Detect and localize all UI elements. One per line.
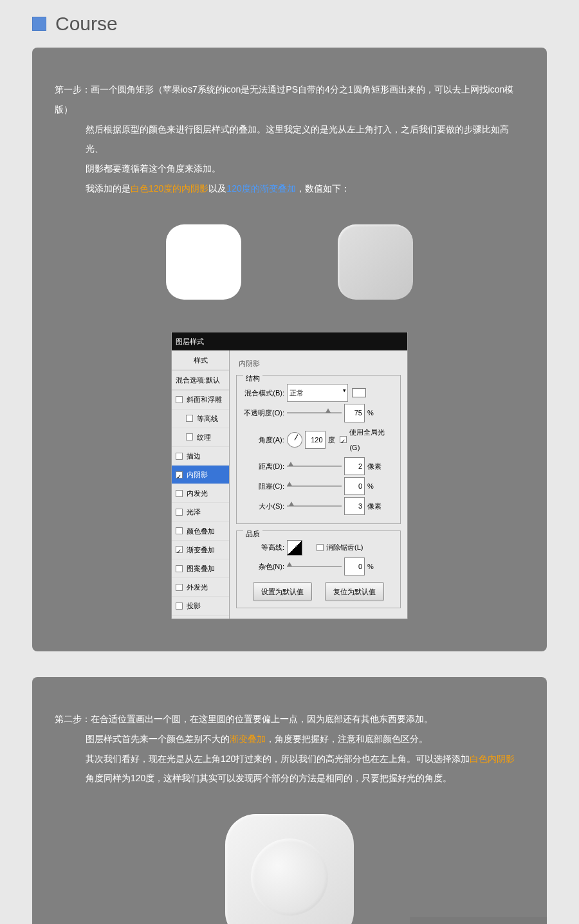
step2-line1: 第二步：在合适位置画出一个圆，在这里圆的位置要偏上一点，因为底部还有其他东西要添…	[55, 709, 524, 729]
step2-line2: 图层样式首先来一个颜色差别不大的渐变叠加，角度要把握好，注意和底部颜色区分。	[86, 729, 524, 749]
distance-input[interactable]: 2	[344, 457, 365, 475]
opacity-input[interactable]: 75	[344, 404, 365, 422]
style-color-overlay[interactable]: 颜色叠加	[172, 522, 229, 541]
style-gradient-overlay[interactable]: 渐变叠加	[172, 541, 229, 559]
settings-panel: 内阴影 结构 混合模式(B): 正常 不透明度(O): 75 %	[230, 350, 407, 619]
icons-row	[55, 224, 524, 300]
step2-line3: 其次我们看好，现在光是从左上角120打过来的，所以我们的高光部分也在左上角。可以…	[86, 749, 524, 769]
icon-circle	[251, 838, 328, 916]
choke-slider[interactable]	[287, 482, 342, 491]
header-square-icon	[32, 17, 46, 31]
highlight-gradient2: 渐变叠加	[230, 734, 266, 744]
opacity-slider[interactable]	[287, 408, 342, 417]
angle-input[interactable]: 120	[305, 431, 326, 449]
checkbox-icon[interactable]	[176, 546, 183, 553]
dialog-titlebar: 图层样式	[172, 332, 407, 350]
icon-preview-plain	[166, 224, 241, 300]
blend-mode-select[interactable]: 正常	[287, 384, 348, 402]
icon-preview-with-circle	[225, 814, 354, 924]
color-swatch[interactable]	[352, 388, 366, 397]
page-header: Course	[0, 0, 579, 48]
blend-mode-row: 混合模式(B): 正常	[242, 384, 395, 402]
style-bevel[interactable]: 斜面和浮雕	[172, 390, 229, 409]
blend-options[interactable]: 混合选项:默认	[172, 370, 229, 390]
style-pattern-overlay[interactable]: 图案叠加	[172, 559, 229, 578]
style-outer-glow[interactable]: 外发光	[172, 578, 229, 597]
step1-text: 第一步：画一个圆角矩形（苹果ios7系统的icon是无法通过PS自带的4分之1圆…	[55, 80, 524, 199]
style-satin[interactable]: 光泽	[172, 503, 229, 521]
watermark: 查字典 教 程 网 jiaocheng.chazidian.com	[410, 917, 547, 924]
opacity-row: 不透明度(O): 75 %	[242, 404, 395, 422]
size-input[interactable]: 3	[344, 497, 365, 515]
checkbox-icon[interactable]	[176, 396, 183, 403]
checkbox-icon[interactable]	[186, 433, 193, 440]
step1-line3: 阴影都要遵循着这个角度来添加。	[86, 159, 524, 179]
noise-input[interactable]: 0	[344, 557, 365, 575]
set-default-button[interactable]: 设置为默认值	[253, 582, 312, 601]
choke-row: 阻塞(C): 0 %	[242, 477, 395, 495]
style-inner-glow[interactable]: 内发光	[172, 484, 229, 503]
step1-line4: 我添加的是白色120度的内阴影以及120度的渐变叠加，数值如下：	[86, 179, 524, 199]
step2-line4: 角度同样为120度，这样我们其实可以发现两个部分的方法是相同的，只要把握好光的角…	[86, 768, 524, 788]
checkbox-icon[interactable]	[176, 453, 183, 460]
size-row: 大小(S): 3 像素	[242, 497, 395, 515]
styles-list: 样式 混合选项:默认 斜面和浮雕 等高线 纹理 描边 内阴影 内发光 光泽 颜色…	[172, 350, 230, 619]
distance-slider[interactable]	[287, 462, 342, 471]
checkbox-icon[interactable]	[176, 565, 183, 572]
style-inner-shadow[interactable]: 内阴影	[172, 466, 229, 484]
highlight-gradient: 120度的渐变叠加	[226, 183, 295, 194]
style-texture[interactable]: 纹理	[172, 428, 229, 447]
contour-preview[interactable]	[287, 540, 302, 556]
step2-text: 第二步：在合适位置画出一个圆，在这里圆的位置要偏上一点，因为底部还有其他东西要添…	[55, 709, 524, 788]
style-drop-shadow[interactable]: 投影	[172, 597, 229, 615]
styles-header[interactable]: 样式	[172, 350, 229, 370]
step1-line1: 第一步：画一个圆角矩形（苹果ios7系统的icon是无法通过PS自带的4分之1圆…	[55, 80, 524, 120]
choke-input[interactable]: 0	[344, 477, 365, 495]
style-stroke[interactable]: 描边	[172, 447, 229, 466]
step1-panel: 第一步：画一个圆角矩形（苹果ios7系统的icon是无法通过PS自带的4分之1圆…	[32, 48, 547, 651]
noise-row: 杂色(N): 0 %	[242, 557, 395, 575]
distance-row: 距离(D): 2 像素	[242, 457, 395, 475]
checkbox-icon[interactable]	[176, 584, 183, 591]
noise-slider[interactable]	[287, 562, 342, 571]
checkbox-icon[interactable]	[176, 490, 183, 497]
style-contour[interactable]: 等高线	[172, 410, 229, 428]
highlight-white-inner-shadow: 白色内阴影	[470, 754, 515, 764]
section-title: 内阴影	[236, 354, 401, 372]
checkbox-icon[interactable]	[176, 602, 183, 610]
checkbox-icon[interactable]	[176, 527, 183, 534]
antialias-checkbox[interactable]	[317, 544, 324, 551]
checkbox-icon[interactable]	[176, 471, 183, 478]
step2-panel: 第二步：在合适位置画出一个圆，在这里圆的位置要偏上一点，因为底部还有其他东西要添…	[32, 677, 547, 924]
angle-row: 角度(A): 120 度 使用全局光(G)	[242, 424, 395, 455]
checkbox-icon[interactable]	[186, 415, 193, 422]
checkbox-icon[interactable]	[176, 509, 183, 516]
highlight-inner-shadow: 白色120度的内阴影	[131, 183, 208, 194]
layer-style-dialog: 图层样式 样式 混合选项:默认 斜面和浮雕 等高线 纹理 描边 内阴影 内发光 …	[171, 332, 408, 619]
structure-group: 结构 混合模式(B): 正常 不透明度(O): 75 % 角度(A):	[236, 375, 401, 524]
step1-line2: 然后根据原型的颜色来进行图层样式的叠加。这里我定义的是光从左上角打入，之后我们要…	[86, 120, 524, 159]
icon-preview-shaded	[338, 224, 413, 300]
reset-default-button[interactable]: 复位为默认值	[325, 582, 384, 601]
quality-group: 品质 等高线: 消除锯齿(L) 杂色(N): 0 %	[236, 530, 401, 608]
angle-dial[interactable]	[287, 432, 302, 448]
contour-row: 等高线: 消除锯齿(L)	[242, 539, 395, 555]
size-slider[interactable]	[287, 502, 342, 511]
global-light-checkbox[interactable]	[340, 436, 347, 443]
page-title: Course	[55, 13, 118, 35]
